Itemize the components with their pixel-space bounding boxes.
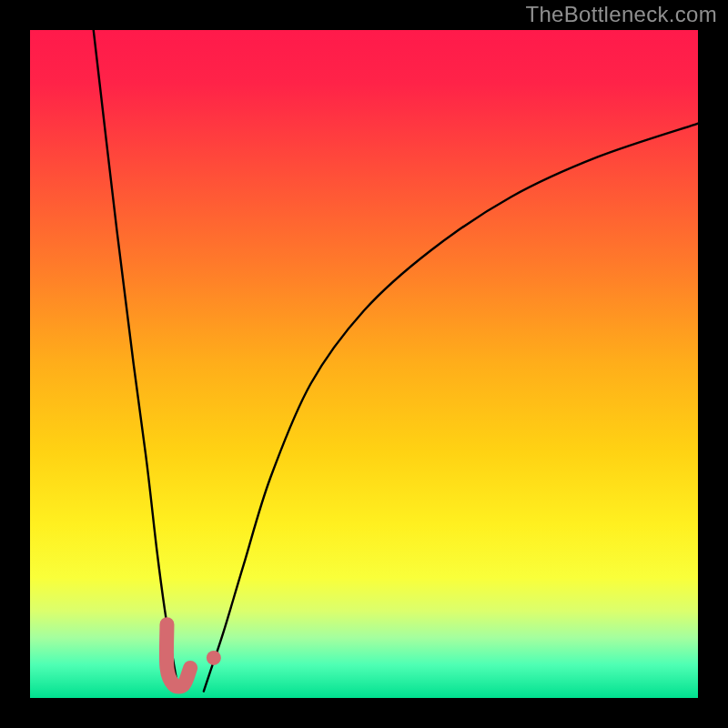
right-curve <box>204 124 698 692</box>
marker-hook <box>167 624 190 686</box>
plot-area <box>30 30 698 698</box>
curve-layer <box>30 30 698 698</box>
left-curve <box>94 30 180 692</box>
chart-frame: TheBottleneck.com <box>0 0 728 728</box>
marker-dot <box>207 651 221 665</box>
watermark-text: TheBottleneck.com <box>525 2 717 27</box>
